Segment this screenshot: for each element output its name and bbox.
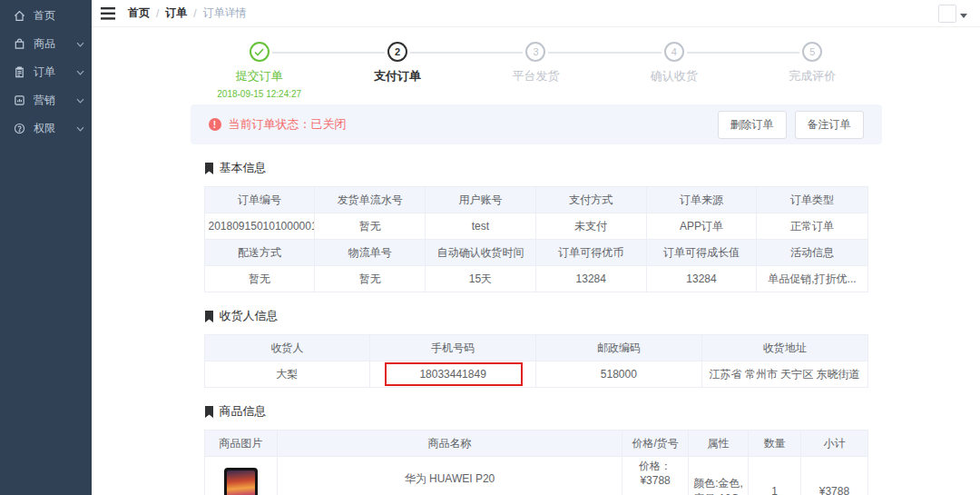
chevron-down-icon (76, 126, 84, 132)
table-row: 订单编号 发货单流水号 用户账号 支付方式 订单来源 订单类型 (204, 187, 867, 213)
col-header: 邮政编码 (536, 335, 702, 361)
step-submit-order: 提交订单 2018-09-15 12:24:27 (191, 42, 328, 99)
sidebar-item-label: 营销 (34, 93, 55, 108)
step-confirm-receipt: 4 确认收货 (605, 42, 743, 99)
auto-confirm-days: 15天 (426, 266, 536, 292)
product-attrs: 颜色:金色,容量:16G, (689, 457, 749, 495)
sidebar-item-permission[interactable]: 权限 (0, 114, 92, 143)
check-circle-icon (250, 42, 270, 62)
breadcrumb-order[interactable]: 订单 (165, 5, 187, 21)
col-header: 自动确认收货时间 (426, 240, 536, 266)
basic-info-table: 订单编号 发货单流水号 用户账号 支付方式 订单来源 订单类型 20180915… (204, 186, 868, 292)
chevron-down-icon (76, 42, 84, 47)
order-progress-steps: 提交订单 2018-09-15 12:24:27 2 支付订单 3 平台发货 4… (191, 28, 882, 99)
huawei-p20-image (224, 468, 258, 495)
breadcrumb-separator: / (156, 7, 159, 20)
order-sn: 201809150101000001 (204, 213, 315, 240)
sidebar-item-label: 订单 (34, 64, 55, 80)
table-row: 暂无 暂无 15天 13284 13284 单品促销,打折优... (204, 266, 867, 292)
col-header: 订单可得优币 (535, 240, 646, 266)
product-info-section-title: 商品信息 (204, 403, 868, 420)
breadcrumb-order-detail: 订单详情 (203, 5, 247, 21)
receiver-info-table: 收货人 手机号码 邮政编码 收货地址 大梨 18033441849 518000… (204, 334, 868, 388)
col-header: 配送方式 (204, 240, 315, 266)
table-row: 大梨 18033441849 518000 江苏省 常州市 天宁区 东晓街道 (204, 361, 867, 388)
receiver-info-section-title: 收货人信息 (204, 308, 868, 324)
logistics-sn: 暂无 (315, 266, 426, 292)
section-title-text: 基本信息 (220, 160, 267, 176)
sidebar-item-marketing[interactable]: 营销 (0, 86, 92, 114)
product-price: 价格：¥3788 (626, 459, 684, 487)
col-header: 小计 (801, 431, 867, 457)
col-header: 商品图片 (204, 431, 277, 457)
post-code: 518000 (536, 361, 702, 388)
product-image-cell (204, 457, 277, 495)
sidebar-item-product[interactable]: 商品 (0, 30, 92, 58)
breadcrumb-home[interactable]: 首页 (128, 5, 150, 21)
table-row: 201809150101000001 暂无 test 未支付 APP订单 正常订… (204, 213, 867, 240)
product-icon (14, 38, 25, 50)
delivery-sn: 暂无 (315, 213, 426, 240)
col-header: 商品名称 (277, 431, 622, 457)
bookmark-icon (204, 406, 214, 418)
step-label: 平台发货 (512, 68, 559, 84)
sidebar-item-label: 权限 (34, 121, 55, 136)
step-complete-review: 5 完成评价 (743, 42, 881, 99)
home-icon (14, 10, 25, 22)
step-number: 3 (525, 42, 545, 62)
step-number: 4 (664, 42, 684, 62)
delete-order-button[interactable]: 删除订单 (718, 111, 787, 139)
breadcrumb: 首页 / 订单 / 订单详情 (128, 5, 247, 21)
col-header: 订单编号 (204, 187, 315, 213)
product-name-cell: 华为 HUAWEI P20 品牌：华为 (277, 457, 622, 495)
step-number: 5 (802, 42, 822, 62)
sidebar-item-label: 首页 (34, 8, 55, 24)
delivery-method: 暂无 (204, 266, 315, 292)
sidebar-item-label: 商品 (34, 36, 55, 52)
col-header: 手机号码 (370, 335, 536, 361)
bookmark-icon (204, 163, 214, 174)
order-source: APP订单 (646, 213, 757, 240)
order-status-alert: ! 当前订单状态：已关闭 删除订单 备注订单 (191, 104, 882, 144)
col-header: 收货地址 (701, 335, 867, 361)
product-qty: 1 (748, 457, 800, 495)
product-price-cell: 价格：¥3788 货号：6946605 (622, 457, 689, 495)
basic-info-section-title: 基本信息 (204, 160, 868, 176)
permission-icon (14, 123, 25, 134)
exclamation-circle-icon: ! (209, 118, 221, 131)
table-row: 配送方式 物流单号 自动确认收货时间 订单可得优币 订单可得成长值 活动信息 (204, 240, 867, 266)
chevron-down-icon (76, 70, 84, 75)
product-subtotal: ¥3788 (801, 457, 867, 495)
col-header: 用户账号 (426, 187, 536, 213)
order-coins: 13284 (535, 266, 646, 292)
receiver-name: 大梨 (204, 361, 370, 388)
note-order-button[interactable]: 备注订单 (795, 111, 864, 139)
product-name: 华为 HUAWEI P20 (281, 471, 618, 487)
order-growth: 13284 (646, 266, 757, 292)
sidebar-item-order[interactable]: 订单 (0, 58, 92, 86)
col-header: 价格/货号 (622, 431, 689, 457)
col-header: 物流单号 (315, 240, 426, 266)
table-row: 商品图片 商品名称 价格/货号 属性 数量 小计 (204, 431, 867, 457)
sidebar-item-home[interactable]: 首页 (0, 2, 92, 30)
step-label: 支付订单 (374, 68, 421, 84)
hamburger-menu-icon[interactable] (101, 7, 115, 20)
table-row: 华为 HUAWEI P20 品牌：华为 价格：¥3788 货号：6946605 … (204, 457, 867, 495)
col-header: 订单可得成长值 (646, 240, 757, 266)
sidebar: 首页 商品 订单 营销 权限 (0, 0, 92, 495)
caret-down-icon[interactable] (960, 14, 967, 18)
col-header: 属性 (689, 431, 749, 457)
avatar[interactable] (938, 5, 956, 23)
col-header: 发货单流水号 (315, 187, 426, 213)
step-pay-order: 2 支付订单 (328, 42, 466, 99)
marketing-icon (14, 94, 25, 106)
bookmark-icon (204, 311, 214, 322)
pay-status: 未支付 (535, 213, 646, 240)
user-account: test (426, 213, 536, 240)
order-icon (14, 66, 25, 78)
step-date: 2018-09-15 12:24:27 (217, 89, 301, 99)
col-header: 订单类型 (757, 187, 867, 213)
table-row: 收货人 手机号码 邮政编码 收货地址 (204, 335, 867, 361)
order-status-text: 当前订单状态：已关闭 (229, 116, 347, 133)
col-header: 数量 (748, 431, 800, 457)
